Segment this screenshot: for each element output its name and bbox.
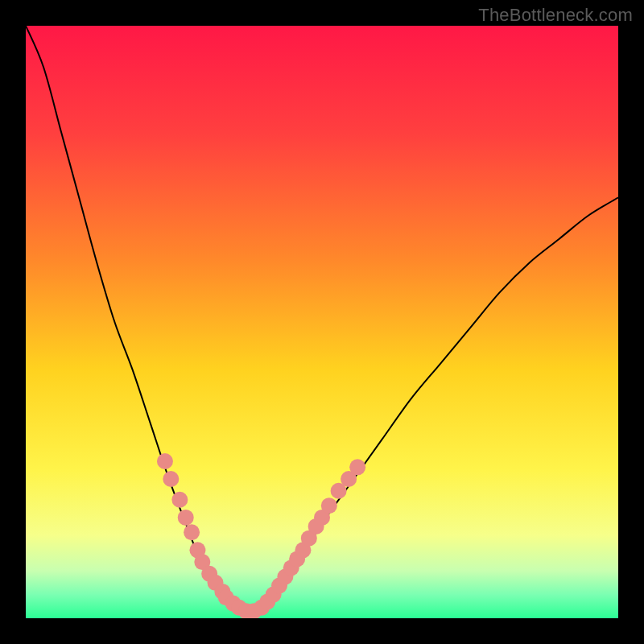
background-gradient — [26, 26, 618, 618]
watermark-text: TheBottleneck.com — [478, 5, 633, 26]
marker-dot — [254, 600, 270, 616]
marker-dot — [331, 483, 347, 499]
marker-dot — [349, 459, 365, 475]
marker-dot — [314, 510, 330, 526]
marker-dot — [231, 600, 247, 616]
marker-dot — [208, 575, 224, 591]
bottleneck-curve — [26, 26, 618, 611]
marker-dot — [295, 542, 311, 558]
marker-dot — [259, 593, 275, 609]
marker-dot — [277, 568, 293, 584]
marker-dot — [301, 530, 317, 547]
marker-dot — [246, 603, 262, 618]
marker-dot — [283, 559, 299, 576]
plot-svg — [26, 26, 618, 618]
marker-dot — [308, 518, 324, 535]
marker-dot — [178, 510, 194, 526]
marker-dot — [184, 524, 200, 540]
marker-dot — [157, 453, 173, 469]
marker-dot — [163, 471, 179, 487]
marker-dot — [214, 584, 230, 600]
marker-dot — [341, 471, 357, 487]
chart-frame: TheBottleneck.com — [0, 0, 644, 644]
markers-group — [157, 453, 365, 618]
marker-dot — [194, 554, 210, 570]
marker-dot — [321, 497, 337, 514]
marker-dot — [271, 578, 287, 594]
svg-rect-0 — [26, 26, 618, 618]
marker-dot — [218, 589, 234, 605]
marker-dot — [225, 596, 242, 612]
marker-dot — [189, 542, 205, 558]
plot-area — [26, 26, 618, 618]
marker-dot — [266, 587, 282, 603]
marker-dot — [289, 551, 305, 567]
marker-dot — [171, 492, 188, 508]
marker-dot — [201, 566, 217, 582]
marker-dot — [238, 603, 254, 618]
